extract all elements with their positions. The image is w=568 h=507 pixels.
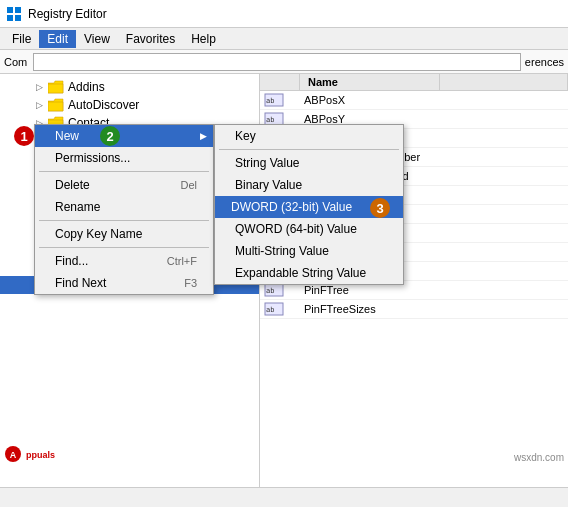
separator-1 <box>39 171 209 172</box>
tree-item-label: Addins <box>68 80 105 94</box>
svg-text:ab: ab <box>266 116 274 124</box>
submenu-key[interactable]: Key <box>215 125 403 147</box>
folder-icon <box>48 80 64 94</box>
menu-rename[interactable]: Rename <box>35 196 213 218</box>
app-icon <box>6 6 22 22</box>
value-row-pinftreesizes[interactable]: ab PinFTreeSizes <box>260 300 568 319</box>
value-row-abposx[interactable]: ab ABPosX <box>260 91 568 110</box>
value-name-pinftree: PinFTree <box>304 284 464 296</box>
tree-item-addins[interactable]: ▷ Addins <box>0 78 259 96</box>
value-name-abposx: ABPosX <box>304 94 464 106</box>
expand-icon: ▷ <box>36 82 46 92</box>
col-name: Name <box>300 74 440 90</box>
svg-text:ppuals: ppuals <box>26 450 55 460</box>
menu-bar: File Edit View Favorites Help <box>0 28 568 50</box>
svg-rect-0 <box>7 7 13 13</box>
svg-text:ab: ab <box>266 287 274 295</box>
address-label: Com <box>4 56 27 68</box>
submenu-multi-string[interactable]: Multi-String Value <box>215 240 403 262</box>
menu-help[interactable]: Help <box>183 30 224 48</box>
svg-rect-2 <box>7 15 13 21</box>
menu-new[interactable]: New <box>35 125 213 147</box>
address-bar: Com erences <box>0 50 568 74</box>
separator-3 <box>39 247 209 248</box>
edit-dropdown[interactable]: New Permissions... Delete Del Rename Cop… <box>34 124 214 295</box>
menu-find-next[interactable]: Find Next F3 <box>35 272 213 294</box>
submenu-dword-value[interactable]: DWORD (32-bit) Value <box>215 196 403 218</box>
svg-text:ab: ab <box>266 306 274 314</box>
address-suffix: erences <box>525 56 564 68</box>
menu-file[interactable]: File <box>4 30 39 48</box>
svg-text:ab: ab <box>266 97 274 105</box>
menu-edit[interactable]: Edit <box>39 30 76 48</box>
address-input[interactable] <box>33 53 521 71</box>
title-bar: Registry Editor <box>0 0 568 28</box>
appuals-logo: A ppuals <box>4 445 64 465</box>
menu-copy-key[interactable]: Copy Key Name <box>35 223 213 245</box>
main-content: ▷ Addins ▷ AutoDiscover ▷ Contact ▷ <box>0 74 568 487</box>
menu-permissions[interactable]: Permissions... <box>35 147 213 169</box>
submenu-qword-value[interactable]: QWORD (64-bit) Value <box>215 218 403 240</box>
svg-text:A: A <box>10 450 17 460</box>
new-submenu[interactable]: Key String Value Binary Value DWORD (32-… <box>214 124 404 285</box>
value-name-pinftreesizes: PinFTreeSizes <box>304 303 464 315</box>
separator-sub <box>219 149 399 150</box>
tree-item-autodiscover[interactable]: ▷ AutoDiscover <box>0 96 259 114</box>
submenu-binary-value[interactable]: Binary Value <box>215 174 403 196</box>
reg-icon-pinftree: ab <box>264 283 304 297</box>
menu-view[interactable]: View <box>76 30 118 48</box>
reg-icon-abposx: ab <box>264 93 304 107</box>
col-data <box>440 74 568 90</box>
menu-find[interactable]: Find... Ctrl+F <box>35 250 213 272</box>
watermark: wsxdn.com <box>514 452 564 463</box>
col-icon <box>260 74 300 90</box>
svg-rect-1 <box>15 7 21 13</box>
status-bar <box>0 487 568 507</box>
menu-delete[interactable]: Delete Del <box>35 174 213 196</box>
folder-icon <box>48 98 64 112</box>
submenu-string-value[interactable]: String Value <box>215 152 403 174</box>
expand-icon: ▷ <box>36 100 46 110</box>
values-header: Name <box>260 74 568 91</box>
reg-icon-pinftreesizes: ab <box>264 302 304 316</box>
tree-item-label: AutoDiscover <box>68 98 139 112</box>
separator-2 <box>39 220 209 221</box>
svg-rect-3 <box>15 15 21 21</box>
window-title: Registry Editor <box>28 7 107 21</box>
submenu-expand-string[interactable]: Expandable String Value <box>215 262 403 284</box>
menu-favorites[interactable]: Favorites <box>118 30 183 48</box>
